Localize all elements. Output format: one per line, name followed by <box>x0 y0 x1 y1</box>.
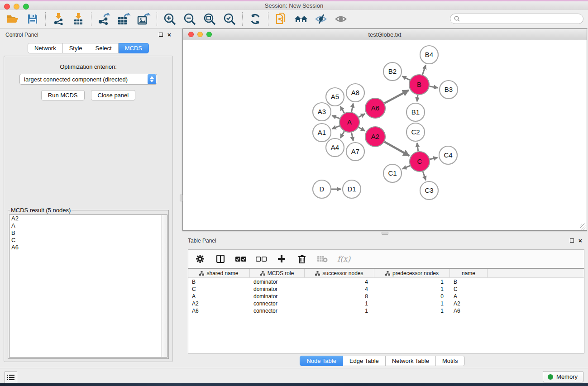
horizontal-splitter-handle[interactable] <box>382 232 388 235</box>
table-cell[interactable]: 1 <box>374 307 450 315</box>
search-box[interactable] <box>450 14 583 24</box>
graph-edge-A6-B[interactable] <box>384 90 409 103</box>
tab-style[interactable]: Style <box>63 43 89 53</box>
new-network-from-file-button[interactable] <box>274 12 288 26</box>
column-header-MCDS-role[interactable]: MCDS role <box>250 269 305 277</box>
close-panel-icon[interactable]: × <box>167 32 171 38</box>
table-cell[interactable]: dominator <box>250 286 305 293</box>
tab-network-table[interactable]: Network Table <box>386 356 436 366</box>
delete-column-button[interactable] <box>296 253 307 264</box>
table-cell[interactable]: B <box>188 278 250 286</box>
search-input[interactable] <box>462 16 579 22</box>
zoom-out-button[interactable] <box>183 12 196 26</box>
table-cell[interactable]: A6 <box>188 307 250 315</box>
graph-edge-C-C2[interactable] <box>417 143 418 151</box>
mcds-result-item[interactable]: C <box>10 237 167 244</box>
graph-edge-A-A4[interactable] <box>340 131 344 138</box>
graph-edge-A-A8[interactable] <box>352 104 354 112</box>
graph-edge-A-A6[interactable] <box>359 114 365 117</box>
table-cell[interactable]: 4 <box>305 286 374 293</box>
table-cell[interactable]: dominator <box>250 278 305 286</box>
zoom-in-button[interactable] <box>163 12 177 26</box>
network-close-button[interactable] <box>188 32 194 37</box>
column-header-name[interactable]: name <box>450 269 488 277</box>
vertical-splitter-handle[interactable] <box>180 195 183 201</box>
graph-edge-C-C1[interactable] <box>402 166 410 169</box>
table-row[interactable]: Adominator80A <box>188 293 584 300</box>
table-cell[interactable]: 4 <box>305 278 374 286</box>
table-cell[interactable]: 1 <box>374 278 450 286</box>
network-minimize-button[interactable] <box>197 32 203 37</box>
network-canvas[interactable]: AA1A2A3A4A5A6A7A8BB1B2B3B4CC1C2C3C4DD1 <box>183 40 587 230</box>
table-cell[interactable]: A2 <box>450 300 488 307</box>
table-cell[interactable]: connector <box>250 307 305 315</box>
export-table-button[interactable] <box>117 12 131 26</box>
close-panel-button[interactable]: Close panel <box>91 90 136 100</box>
run-mcds-button[interactable]: Run MCDS <box>41 90 85 100</box>
minimize-window-button[interactable] <box>14 4 19 10</box>
table-settings-button[interactable] <box>195 253 206 264</box>
graph-edge-C-C3[interactable] <box>423 172 425 180</box>
import-table-button[interactable] <box>72 12 85 26</box>
mcds-result-item[interactable]: A2 <box>10 215 167 222</box>
list-scrollbar[interactable] <box>161 215 167 357</box>
table-cell[interactable]: 1 <box>374 286 450 293</box>
network-window-titlebar[interactable]: testGlobe.txt <box>183 29 587 40</box>
home-neighbors-button[interactable] <box>294 12 308 26</box>
table-cell[interactable]: 1 <box>305 307 374 315</box>
graph-edge-B-B1[interactable] <box>417 95 418 101</box>
table-cell[interactable]: A <box>188 293 250 300</box>
column-header-successor-nodes[interactable]: successor nodes <box>305 269 374 277</box>
tab-select[interactable]: Select <box>89 43 119 53</box>
table-row[interactable]: Cdominator41C <box>188 286 584 293</box>
graph-edge-A-A7[interactable] <box>352 133 354 141</box>
import-network-button[interactable] <box>52 12 65 26</box>
tab-mcds[interactable]: MCDS <box>119 43 149 53</box>
close-window-button[interactable] <box>4 4 10 10</box>
table-row[interactable]: A6connector11A6 <box>188 307 584 315</box>
table-cell[interactable]: 1 <box>305 300 374 307</box>
table-cell[interactable]: A6 <box>450 307 488 315</box>
table-cell[interactable]: 8 <box>305 293 374 300</box>
tab-edge-table[interactable]: Edge Table <box>343 356 386 366</box>
graph-edge-B-B3[interactable] <box>430 86 438 88</box>
show-columns-button[interactable] <box>215 253 226 264</box>
add-column-button[interactable] <box>276 253 287 264</box>
table-row[interactable]: Bdominator41B <box>188 278 584 286</box>
table-cell[interactable]: C <box>188 286 250 293</box>
graph-edge-A2-C[interactable] <box>384 142 409 156</box>
tab-motifs[interactable]: Motifs <box>436 356 465 366</box>
graph-edge-B-B4[interactable] <box>422 65 425 75</box>
hide-selected-button[interactable] <box>314 12 328 26</box>
export-network-button[interactable] <box>97 12 111 26</box>
mcds-result-item[interactable]: A6 <box>10 244 167 251</box>
column-header-predecessor-nodes[interactable]: predecessor nodes <box>374 269 450 277</box>
table-cell[interactable]: B <box>450 278 488 286</box>
float-table-panel-icon[interactable] <box>570 238 574 243</box>
table-row[interactable]: A2connector11A2 <box>188 300 584 307</box>
graph-edge-A-A2[interactable] <box>359 127 365 131</box>
export-image-button[interactable] <box>137 12 151 26</box>
table-cell[interactable]: 0 <box>374 293 450 300</box>
refresh-button[interactable] <box>249 12 262 26</box>
tab-node-table[interactable]: Node Table <box>300 356 343 366</box>
memory-button[interactable]: Memory <box>543 371 583 382</box>
graph-edge-C-C4[interactable] <box>430 157 437 159</box>
table-cell[interactable]: connector <box>250 300 305 307</box>
tab-network[interactable]: Network <box>28 43 63 53</box>
deselect-all-button[interactable] <box>256 253 267 264</box>
table-cell[interactable]: A <box>450 293 488 300</box>
close-table-panel-icon[interactable]: × <box>578 238 582 244</box>
table-cell[interactable]: C <box>450 286 488 293</box>
mcds-result-item[interactable]: A <box>10 222 167 229</box>
task-history-button[interactable] <box>5 372 17 383</box>
function-builder-icon[interactable]: f(x) <box>337 254 350 263</box>
table-cell[interactable]: 1 <box>374 300 450 307</box>
graph-edge-B-B2[interactable] <box>402 76 410 80</box>
zoom-selected-button[interactable] <box>223 12 236 26</box>
float-panel-icon[interactable] <box>159 32 163 38</box>
delete-table-button[interactable] <box>317 253 328 264</box>
open-file-button[interactable] <box>6 12 19 26</box>
graph-edge-A-A3[interactable] <box>332 115 339 118</box>
mcds-result-item[interactable]: B <box>10 229 167 237</box>
